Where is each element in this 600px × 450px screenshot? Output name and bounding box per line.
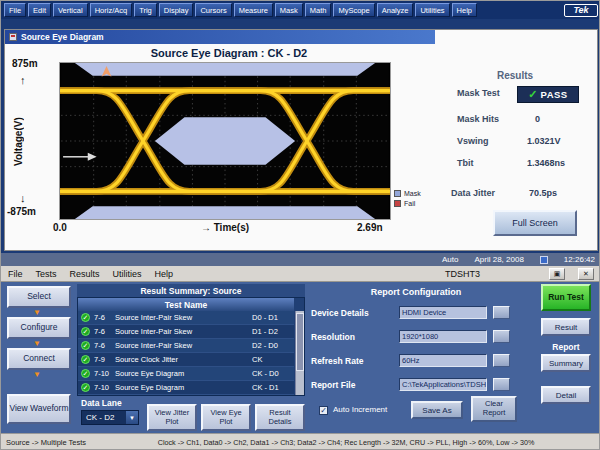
menu-item-analyze[interactable]: Analyze [377,3,414,17]
clear-report-button[interactable]: Clear Report [471,396,517,422]
result-button[interactable]: Result [541,318,591,336]
data-lane-label: Data Lane [81,398,122,408]
chevron-down-icon[interactable]: ▼ [126,411,138,424]
menu-item-vertical[interactable]: Vertical [53,3,88,17]
app-menu-help[interactable]: Help [155,269,174,279]
view-jitter-plot-button[interactable]: View Jitter Plot [147,404,197,431]
app-status-bar: Source -> Multiple Tests Clock -> Ch1, D… [1,433,600,450]
menu-item-edit[interactable]: Edit [28,3,51,17]
app-menu-utilities[interactable]: Utilities [113,269,142,279]
eye-window-titlebar[interactable]: Source Eye Diagram [5,30,435,44]
minimize-button[interactable]: ▣ [549,268,565,280]
refresh-rate-edit-button[interactable] [493,354,510,367]
flow-arrow-icon: ▼ [33,308,41,317]
menu-item-measure[interactable]: Measure [234,3,273,17]
table-row[interactable]: ✓ 7-6 Source Inter-Pair Skew D2 - D0 [78,339,294,353]
table-row[interactable]: ✓ 7-6 Source Inter-Pair Skew D0 - D1 [78,311,294,325]
scope-screen: Source Eye Diagram Source Eye Diagram : … [1,19,600,253]
eye-diagram-svg [60,63,390,219]
summary-button[interactable]: Summary [541,354,591,372]
legend-mask-label: Mask [404,190,421,197]
view-waveform-button[interactable]: View Waveform [7,394,71,424]
menu-item-display[interactable]: Display [159,3,194,17]
result-summary-header: Result Summary: Source [77,284,305,297]
test-lane: D2 - D0 [252,341,294,350]
menu-item-myscope[interactable]: MyScope [333,3,374,17]
x-max-label: 2.69n [357,222,383,233]
menu-item-math[interactable]: Math [305,3,332,17]
test-name-column-header: Test Name [78,298,294,311]
legend-fail: Fail [394,200,421,207]
x-axis-label: → Time(s) [155,222,295,233]
tbit-label: Tbit [457,158,474,168]
table-scrollbar[interactable] [295,311,304,395]
table-row[interactable]: ✓ 7-10 Source Eye Diagram CK - D1 [78,381,294,395]
result-details-button[interactable]: Result Details [255,404,305,431]
menu-item-help[interactable]: Help [452,3,477,17]
flow-arrow-icon: ▼ [33,339,41,348]
test-id: 7-10 [94,383,111,392]
screen: File Edit Vertical Horiz/Acq Trig Displa… [0,0,600,450]
status-date: April 28, 2008 [474,255,523,264]
refresh-rate-field[interactable]: 60Hz [399,354,487,367]
x-axis-arrow-icon: → [201,222,211,233]
report-section-label: Report [541,342,591,352]
menu-item-mask[interactable]: Mask [275,3,303,17]
run-test-button[interactable]: Run Test [541,284,591,311]
y-max-label: 875m [12,58,38,69]
report-file-browse-button[interactable] [493,378,510,391]
tbit-value: 1.3468ns [527,158,565,168]
check-icon: ✓ [81,341,90,350]
detail-button[interactable]: Detail [541,386,591,404]
device-details-label: Device Details [311,308,369,318]
connect-button[interactable]: Connect [7,348,71,370]
view-eye-plot-button[interactable]: View Eye Plot [201,404,251,431]
check-icon: ✓ [81,327,90,336]
eye-diagram-plot[interactable] [59,62,391,220]
x-axis-name: Time(s) [214,222,249,233]
device-details-edit-button[interactable] [493,306,510,319]
test-name: Source Eye Diagram [115,369,248,378]
refresh-rate-label: Refresh Rate [311,356,363,366]
full-screen-button[interactable]: Full Screen [493,210,577,236]
fail-swatch-icon [394,200,401,207]
table-row[interactable]: ✓ 7-10 Source Eye Diagram CK - D0 [78,367,294,381]
test-lane: D0 - D1 [252,313,294,322]
test-name: Source Inter-Pair Skew [115,327,248,336]
auto-increment-checkbox[interactable]: ✓ [319,406,328,415]
app-menu-results[interactable]: Results [70,269,100,279]
plot-legend: Mask Fail [394,190,421,207]
menu-item-file[interactable]: File [4,3,26,17]
status-test-mode: Source -> Multiple Tests [6,438,86,447]
select-button[interactable]: Select [7,286,71,308]
menu-item-utilities[interactable]: Utilities [415,3,449,17]
mask-test-label: Mask Test [457,88,500,98]
app-menu-file[interactable]: File [8,269,23,279]
data-lane-dropdown[interactable]: CK - D2 ▼ [81,410,139,425]
check-icon: ✓ [81,355,90,364]
device-details-field[interactable]: HDMI Device [399,306,487,319]
menu-item-trig[interactable]: Trig [134,3,157,17]
report-configuration-title: Report Configuration [309,287,523,297]
report-file-field[interactable]: C:\TekApplications\TDSHT [399,378,487,391]
table-row[interactable]: ✓ 7-6 Source Inter-Pair Skew D1 - D2 [78,325,294,339]
clock-icon [540,256,548,264]
y-axis-up-arrow-icon: ↑ [20,74,26,86]
resolution-edit-button[interactable] [493,330,510,343]
test-name: Source Eye Diagram [115,383,248,392]
menu-item-horiz-acq[interactable]: Horiz/Acq [90,3,133,17]
scope-menu-bar: File Edit Vertical Horiz/Acq Trig Displa… [1,1,600,19]
resolution-field[interactable]: 1920*1080 [399,330,487,343]
table-row[interactable]: ✓ 7-9 Source Clock Jitter CK [78,353,294,367]
app-menu-tests[interactable]: Tests [36,269,57,279]
save-as-button[interactable]: Save As [411,401,463,419]
app-title: TDSHT3 [445,269,480,279]
scrollbar-thumb[interactable] [296,313,304,371]
close-icon[interactable]: ✕ [578,268,594,280]
configure-button[interactable]: Configure [7,317,71,339]
trigger-mode: Auto [442,255,458,264]
test-lane: D1 - D2 [252,327,294,336]
eye-plot-title: Source Eye Diagram : CK - D2 [63,47,395,59]
menu-item-cursors[interactable]: Cursors [195,3,231,17]
app-menu-bar: File Tests Results Utilities Help TDSHT3… [1,266,600,282]
